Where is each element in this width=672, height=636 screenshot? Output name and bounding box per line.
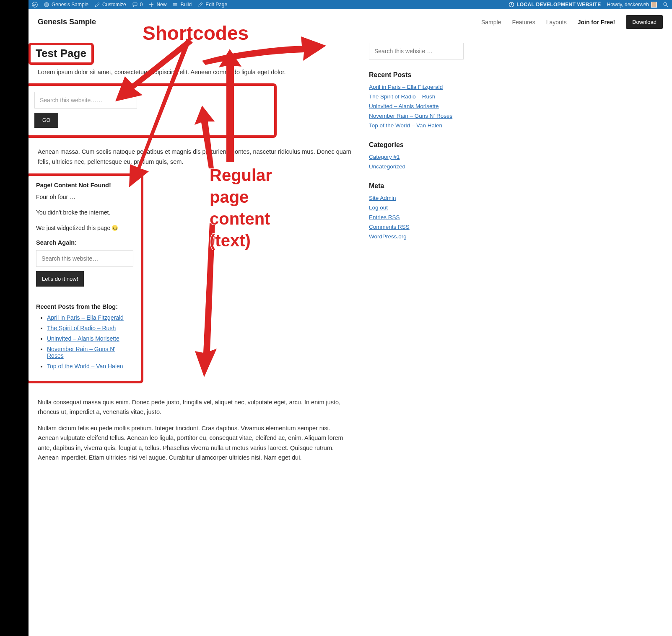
download-button[interactable]: Download: [626, 15, 663, 29]
paragraph-3: Nulla consequat massa quis enim. Donec p…: [38, 398, 352, 417]
site-header: Genesis Sample Sample Features Layouts J…: [29, 9, 672, 35]
nav-join[interactable]: Join for Free!: [578, 19, 615, 26]
list-item[interactable]: Site Admin: [369, 195, 396, 201]
list-item[interactable]: Uninvited – Alanis Morisette: [369, 103, 439, 109]
search-input[interactable]: [34, 92, 137, 109]
edit-page-link[interactable]: Edit Page: [197, 2, 227, 8]
list-item[interactable]: Entries RSS: [369, 214, 400, 220]
list-item[interactable]: Top of the World – Van Halen: [369, 122, 442, 129]
list-item[interactable]: November Rain – Guns N' Roses: [47, 346, 115, 359]
page-title: Test Page: [36, 47, 86, 60]
list-item[interactable]: Top of the World – Van Halen: [47, 363, 123, 370]
build-link[interactable]: Build: [172, 2, 192, 8]
do-it-button[interactable]: Let's do it now!: [36, 271, 84, 287]
sidebar-search-input[interactable]: [369, 43, 464, 59]
svg-point-0: [32, 2, 38, 8]
sidebar-categories-list: Category #1 Uncategorized: [369, 154, 464, 170]
widget-p1: Four oh four …: [36, 193, 133, 202]
list-item[interactable]: April in Paris – Ella Fitzgerald: [47, 314, 124, 321]
widget-404-heading: Page/ Content Not Found!: [36, 182, 133, 189]
sidebar-recent-list: April in Paris – Ella Fitzgerald The Spi…: [369, 84, 464, 129]
list-item[interactable]: The Spirit of Radio – Rush: [369, 93, 435, 100]
site-title[interactable]: Genesis Sample: [38, 18, 96, 26]
svg-point-3: [664, 3, 667, 5]
list-item[interactable]: Category #1: [369, 154, 400, 160]
left-black-strip: [0, 0, 29, 494]
wp-admin-bar: Genesis Sample Customize 0 New Build Edi…: [29, 0, 672, 9]
paragraph-4: Nullam dictum felis eu pede mollis preti…: [38, 424, 352, 463]
nav-sample[interactable]: Sample: [481, 19, 501, 26]
widget-p3: We just widgetized this page: [36, 224, 133, 233]
comments-link[interactable]: 0: [132, 2, 143, 8]
shortcode-search-block: GO: [26, 83, 277, 138]
list-item[interactable]: Log out: [369, 204, 388, 211]
list-item[interactable]: November Rain – Guns N' Roses: [369, 113, 452, 119]
avatar: [651, 2, 657, 8]
list-item[interactable]: WordPress.org: [369, 233, 407, 240]
sidebar: Recent Posts April in Paris – Ella Fitzg…: [369, 43, 464, 469]
smile-icon: [112, 225, 118, 231]
widget-recent-heading: Recent Posts from the Blog:: [36, 303, 133, 310]
widget-p2: You didn't broke the internet.: [36, 208, 133, 217]
list-item[interactable]: Uncategorized: [369, 163, 405, 170]
paragraph-2: Aenean massa. Cum sociis natoque penatib…: [38, 147, 352, 166]
list-item[interactable]: April in Paris – Ella Fitzgerald: [369, 84, 443, 90]
new-link[interactable]: New: [148, 2, 166, 8]
list-item[interactable]: The Spirit of Radio – Rush: [47, 325, 116, 331]
annotation-regular: Regular page content (text): [210, 164, 293, 251]
go-button[interactable]: GO: [34, 113, 58, 128]
customize-link[interactable]: Customize: [94, 2, 126, 8]
list-item[interactable]: Comments RSS: [369, 224, 410, 230]
page-title-box: Test Page: [28, 43, 94, 65]
primary-nav: Sample Features Layouts Join for Free! D…: [481, 15, 663, 29]
search-icon[interactable]: [663, 2, 669, 8]
nav-layouts[interactable]: Layouts: [546, 19, 567, 26]
site-name-link[interactable]: Genesis Sample: [44, 2, 88, 8]
nav-features[interactable]: Features: [512, 19, 535, 26]
wp-logo-icon[interactable]: [32, 2, 38, 8]
sidebar-recent-heading: Recent Posts: [369, 71, 464, 79]
main-content: Shortcodes Regular page content (text) T…: [38, 43, 352, 469]
list-item[interactable]: Uninvited – Alanis Morisette: [47, 335, 119, 342]
intro-paragraph: Lorem ipsum dolor sit amet, consectetuer…: [38, 67, 352, 77]
howdy-user[interactable]: Howdy, deckerweb: [607, 2, 657, 8]
widget-search-input[interactable]: [36, 250, 133, 267]
widget-search-heading: Search Again:: [36, 239, 133, 246]
sidebar-categories-heading: Categories: [369, 141, 464, 149]
local-dev-notice: LOCAL DEVELOPMENT WEBSITE: [509, 2, 601, 8]
widget-recent-list: April in Paris – Ella Fitzgerald The Spi…: [36, 314, 133, 370]
shortcode-widget-block: Page/ Content Not Found! Four oh four … …: [26, 173, 143, 383]
sidebar-meta-list: Site Admin Log out Entries RSS Comments …: [369, 195, 464, 240]
sidebar-meta-heading: Meta: [369, 182, 464, 190]
